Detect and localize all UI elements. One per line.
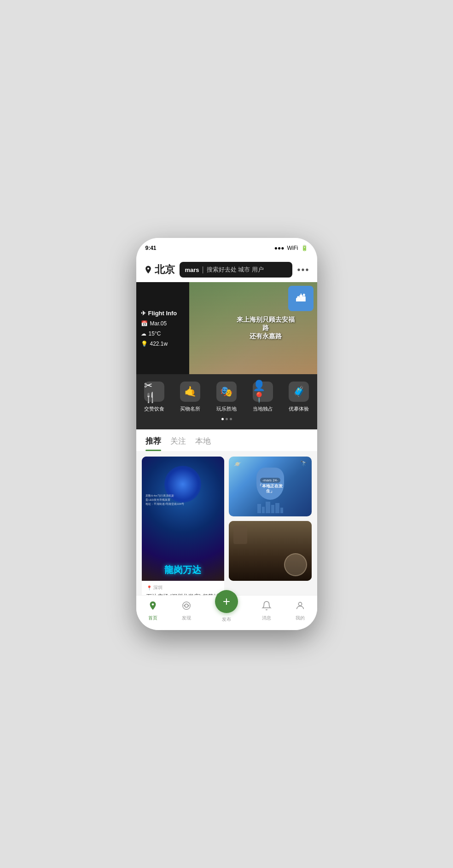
home-icon [148, 601, 158, 613]
search-bar[interactable]: mars | 搜索好去处 城市 用户 [180, 262, 293, 278]
category-exclusive[interactable]: 👤📍 当地独占 [253, 382, 273, 412]
tab-recommend[interactable]: 推荐 [145, 436, 161, 451]
calendar-icon: 📅 [141, 320, 148, 327]
exclusive-label: 当地独占 [253, 405, 273, 412]
tab-follow[interactable]: 关注 [170, 436, 186, 451]
svg-point-3 [188, 605, 189, 607]
flight-info-panel: ✈ Flight Info 📅 Mar.05 ☁ 15°C 💡 422.1w [136, 282, 189, 374]
status-time: 9:41 [145, 245, 157, 251]
more-button[interactable]: ••• [297, 265, 309, 275]
discover-label: 发现 [182, 615, 191, 621]
publish-label: 发布 [222, 616, 231, 623]
post-card-left[interactable]: 层数6-4m飞行表演机架 盖LED发光导视装置 地址：平湖街道/导路坚南104号… [142, 457, 225, 595]
search-placeholder: 搜索好去处 城市 用户 [207, 266, 264, 274]
experience-icon: 🧳 [289, 382, 309, 402]
category-row: ✂🍴 交赞饮食 🤙 买物名所 🎭 玩乐胜地 👤📍 当地独占 🧳 优摹体验 [136, 382, 317, 412]
content-grid: 层数6-4m飞行表演机架 盖LED发光导视装置 地址：平湖街道/导路坚南104号… [142, 457, 312, 595]
svg-point-2 [184, 605, 185, 607]
me-icon [295, 601, 305, 613]
nav-me[interactable]: 我的 [295, 601, 305, 621]
saturn-icon: 🪐 [233, 460, 241, 468]
plane-icon: ✈ [141, 310, 146, 317]
hero-text: 来上海别只顾去安福路 还有永嘉路 [234, 316, 298, 341]
nav-discover[interactable]: 发现 [181, 601, 192, 621]
right-column: 🪐 🔭 -mars 24- 「本地正在发生」 [229, 457, 312, 595]
city-skyline [257, 502, 283, 513]
flight-date-row: 📅 Mar.05 [141, 320, 185, 327]
message-label: 消息 [262, 615, 271, 621]
mars-badge: -mars 24- [260, 478, 280, 483]
hero-image: 来上海别只顾去安福路 还有永嘉路 🏙 [189, 282, 317, 374]
categories-section: ✂🍴 交赞饮食 🤙 买物名所 🎭 玩乐胜地 👤📍 当地独占 🧳 优摹体验 [136, 374, 317, 429]
me-label: 我的 [296, 615, 305, 621]
dragon-text: 龍岗万达 [142, 564, 225, 576]
nav-publish[interactable]: + 发布 [215, 599, 238, 623]
shop-icon: 🤙 [180, 382, 200, 402]
dot-3 [230, 418, 232, 420]
shop-label: 买物名所 [180, 405, 200, 412]
post-img-left: 层数6-4m飞行表演机架 盖LED发光导视装置 地址：平湖街道/导路坚南104号… [142, 457, 225, 581]
svg-point-0 [185, 604, 188, 607]
publish-button[interactable]: + [215, 590, 238, 613]
location-button[interactable]: 北京 [144, 263, 175, 277]
phone-frame: 9:41 ●●● WiFi 🔋 北京 mars | 搜索好去处 城市 用户 ••… [136, 238, 317, 630]
tabs-row: 推荐 关注 本地 [145, 436, 308, 451]
search-separator: | [202, 266, 204, 274]
post-card-mars[interactable]: 🪐 🔭 -mars 24- 「本地正在发生」 [229, 457, 312, 516]
post-meta-left: 📍 深圳 万达广场 (深圳龙岗店) 超赞城市微旅游目的地｜龙... 👤 欧尼在坪… [142, 581, 225, 595]
cloud-icon: ☁ [141, 330, 146, 337]
post-img-cafe [229, 521, 312, 581]
brain-icon: 💡 [141, 341, 148, 347]
nav-home[interactable]: 首页 [148, 601, 158, 621]
telescope-icon: 🔭 [300, 460, 307, 467]
header: 北京 mars | 搜索好去处 城市 用户 ••• [136, 258, 317, 282]
bottom-nav: 首页 发现 + 发布 [136, 595, 317, 630]
category-play[interactable]: 🎭 玩乐胜地 [216, 382, 237, 412]
food-label: 交赞饮食 [144, 405, 164, 412]
hero-section: ✈ Flight Info 📅 Mar.05 ☁ 15°C 💡 422.1w 来… [136, 282, 317, 374]
flight-info-title: ✈ Flight Info [141, 310, 185, 317]
category-experience[interactable]: 🧳 优摹体验 [289, 382, 309, 412]
status-bar: 9:41 ●●● WiFi 🔋 [136, 238, 317, 258]
category-food[interactable]: ✂🍴 交赞饮食 [144, 382, 164, 412]
category-shop[interactable]: 🤙 买物名所 [180, 382, 200, 412]
dot-2 [226, 418, 228, 420]
food-icon: ✂🍴 [144, 382, 164, 402]
post-location: 📍 深圳 [146, 584, 220, 591]
tabs-section: 推荐 关注 本地 [136, 429, 317, 451]
plus-icon: + [223, 594, 230, 609]
message-icon [261, 601, 272, 613]
experience-label: 优摹体验 [289, 405, 309, 412]
post-detail-text: 层数6-4m飞行表演机架 盖LED发光导视装置 地址：平湖街道/导路坚南104号 [145, 494, 220, 506]
content-area: 层数6-4m飞行表演机架 盖LED发光导视装置 地址：平湖街道/导路坚南104号… [136, 451, 317, 595]
location-text: 北京 [155, 263, 175, 277]
home-label: 首页 [148, 615, 157, 621]
location-dot-icon: 📍 [146, 585, 152, 590]
play-icon: 🎭 [216, 382, 237, 402]
post-card-cafe[interactable] [229, 521, 312, 581]
status-icons: ●●● WiFi 🔋 [274, 245, 308, 251]
flight-metric-row: 💡 422.1w [141, 341, 185, 347]
couch-icon [233, 526, 247, 544]
map-pin: -mars 24- 「本地正在发生」 [256, 468, 284, 500]
flight-temp-row: ☁ 15°C [141, 330, 185, 337]
glass-icon [284, 553, 307, 576]
svg-point-4 [298, 602, 302, 606]
battery-icon: 🔋 [301, 245, 308, 251]
exclusive-icon: 👤📍 [253, 382, 273, 402]
location-pin-icon [144, 265, 153, 274]
hero-badge: 🏙 [288, 286, 314, 311]
tab-local[interactable]: 本地 [195, 436, 211, 451]
nav-message[interactable]: 消息 [261, 601, 272, 621]
mars-quote: 「本地正在发生」 [256, 484, 284, 494]
wifi-icon: WiFi [287, 245, 298, 251]
signal-icon: ●●● [274, 245, 285, 251]
play-label: 玩乐胜地 [216, 405, 237, 412]
dot-1 [221, 418, 224, 420]
search-brand: mars [185, 266, 199, 273]
discover-icon [181, 601, 192, 613]
dot-indicator [136, 418, 317, 420]
post-img-mars: 🪐 🔭 -mars 24- 「本地正在发生」 [229, 457, 312, 516]
